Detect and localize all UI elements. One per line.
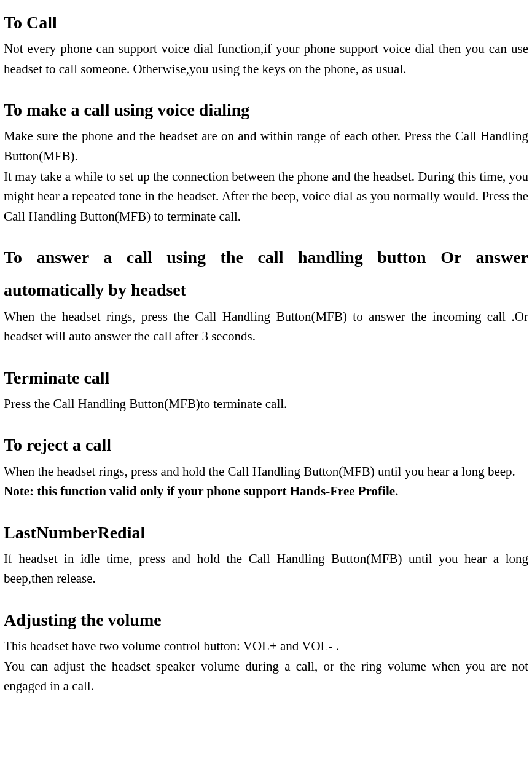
body-to-call: Not every phone can support voice dial f…: [4, 39, 528, 79]
section-to-call: To Call Not every phone can support voic…: [4, 6, 528, 79]
heading-last-number-redial: LastNumberRedial: [4, 516, 528, 549]
body-answer-call: When the headset rings, press the Call H…: [4, 307, 528, 347]
paragraph: Make sure the phone and the headset are …: [4, 126, 528, 166]
section-reject-call: To reject a call When the headset rings,…: [4, 428, 528, 501]
heading-voice-dialing: To make a call using voice dialing: [4, 93, 528, 126]
heading-to-call: To Call: [4, 6, 528, 39]
paragraph: This headset have two volume control but…: [4, 636, 528, 656]
body-terminate-call: Press the Call Handling Button(MFB)to te…: [4, 394, 528, 414]
paragraph: When the headset rings, press and hold t…: [4, 462, 528, 482]
paragraph: Press the Call Handling Button(MFB)to te…: [4, 394, 528, 414]
paragraph: When the headset rings, press the Call H…: [4, 307, 528, 347]
heading-answer-call-line1: To answer a call using the call handling…: [4, 241, 528, 273]
body-voice-dialing: Make sure the phone and the headset are …: [4, 126, 528, 226]
heading-adjusting-volume: Adjusting the volume: [4, 604, 528, 636]
paragraph: If headset in idle time, press and hold …: [4, 549, 528, 589]
body-last-number-redial: If headset in idle time, press and hold …: [4, 549, 528, 589]
heading-reject-call: To reject a call: [4, 428, 528, 461]
section-terminate-call: Terminate call Press the Call Handling B…: [4, 361, 528, 414]
paragraph: You can adjust the headset speaker volum…: [4, 656, 528, 696]
section-adjusting-volume: Adjusting the volume This headset have t…: [4, 604, 528, 696]
note-reject-call: Note: this function valid only if your p…: [4, 481, 528, 502]
body-adjusting-volume: This headset have two volume control but…: [4, 636, 528, 696]
section-answer-call: To answer a call using the call handling…: [4, 241, 528, 346]
paragraph: Not every phone can support voice dial f…: [4, 39, 528, 79]
heading-answer-call-line2: automatically by headset: [4, 273, 528, 306]
heading-terminate-call: Terminate call: [4, 361, 528, 394]
paragraph: It may take a while to set up the connec…: [4, 167, 528, 227]
body-reject-call: When the headset rings, press and hold t…: [4, 462, 528, 482]
section-last-number-redial: LastNumberRedial If headset in idle time…: [4, 516, 528, 589]
section-voice-dialing: To make a call using voice dialing Make …: [4, 93, 528, 226]
